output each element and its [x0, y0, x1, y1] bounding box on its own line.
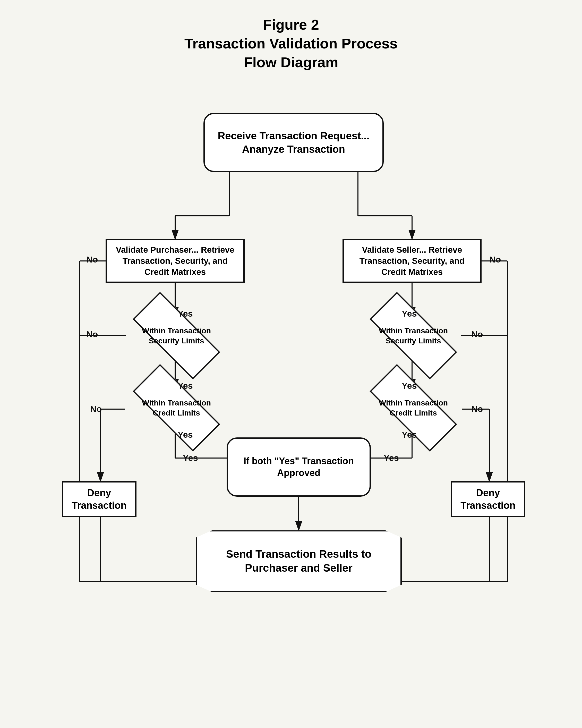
receive-node: Receive Transaction Request... Ananyze T… — [204, 113, 384, 172]
yes-label-credit-purchaser: Yes — [178, 430, 193, 440]
no-label-security-purchaser: No — [86, 329, 98, 339]
yes-label-approved-right: Yes — [384, 453, 399, 463]
no-label-security-seller: No — [471, 329, 483, 339]
credit-limits-seller-label: Within Transaction Credit Limits — [371, 388, 456, 427]
yes-label-credit-seller: Yes — [402, 430, 417, 440]
yes-label-security-purchaser: Yes — [178, 309, 193, 319]
no-label-credit-seller: No — [471, 404, 483, 414]
flow-arrows — [46, 92, 536, 710]
page-title: Figure 2 Transaction Validation Process … — [184, 16, 398, 72]
security-limits-seller-label: Within Transaction Security Limits — [371, 316, 456, 355]
yes-label-security-seller: Yes — [402, 309, 417, 319]
yes-label-approved-left: Yes — [183, 453, 198, 463]
yes-label-sec-purch-to-credit: Yes — [178, 381, 193, 391]
send-results-node: Send Transaction Results to Purchaser an… — [196, 530, 402, 592]
credit-limits-purchaser-label: Within Transaction Credit Limits — [134, 388, 219, 427]
deny-right-node: Deny Transaction — [451, 481, 525, 517]
security-limits-purchaser-label: Within Transaction Security Limits — [134, 316, 219, 355]
no-label-credit-purchaser: No — [90, 404, 102, 414]
deny-left-node: Deny Transaction — [62, 481, 136, 517]
no-label-validate-purchaser: No — [86, 255, 98, 265]
yes-label-sec-sell-to-credit: Yes — [402, 381, 417, 391]
validate-purchaser-node: Validate Purchaser... Retrieve Transacti… — [106, 239, 245, 283]
validate-seller-node: Validate Seller... Retrieve Transaction,… — [343, 239, 481, 283]
flowchart: Receive Transaction Request... Ananyze T… — [46, 92, 536, 710]
approved-node: If both "Yes" Transaction Approved — [227, 437, 371, 497]
no-label-validate-seller: No — [489, 255, 501, 265]
